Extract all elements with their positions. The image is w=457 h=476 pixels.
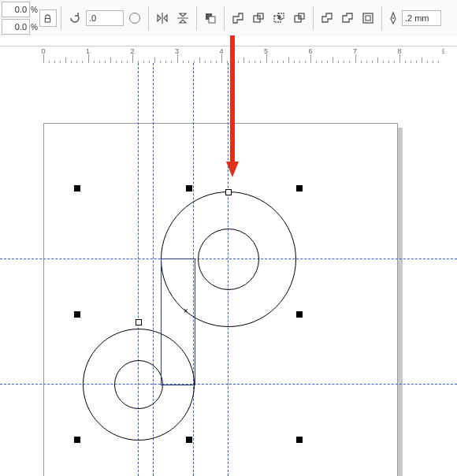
svg-point-13 <box>392 17 394 19</box>
intersect-button[interactable] <box>269 9 288 28</box>
outline-pen-icon <box>386 11 400 25</box>
ellipse-indicator <box>125 9 144 28</box>
scale-y-unit: % <box>31 23 38 32</box>
scale-y-field[interactable]: 0.0 <box>2 19 30 35</box>
selection-handle[interactable] <box>296 185 303 192</box>
scale-x-field[interactable]: 0.0 <box>2 2 30 17</box>
front-minus-back-button[interactable] <box>318 9 336 28</box>
selection-handle[interactable] <box>186 185 192 192</box>
connector-rect[interactable] <box>161 258 195 385</box>
order-button[interactable] <box>201 9 220 28</box>
property-bar: 0.0 % 0.0 % .0 <box>0 0 457 37</box>
selection-handle[interactable] <box>186 437 192 443</box>
scale-x-unit: % <box>31 6 38 14</box>
mirror-horizontal-button[interactable] <box>153 9 172 28</box>
svg-rect-11 <box>363 13 373 23</box>
outline-width-field[interactable]: .2 mm <box>402 10 441 26</box>
selection-handle[interactable] <box>74 185 80 192</box>
donut-inner-1[interactable] <box>198 229 259 290</box>
svg-rect-2 <box>209 17 215 23</box>
weld-button[interactable] <box>228 9 247 28</box>
scale-fields: 0.0 % 0.0 % <box>2 2 38 35</box>
rotate-icon <box>65 9 84 28</box>
donut-inner-2[interactable] <box>114 360 163 409</box>
svg-rect-12 <box>366 16 370 20</box>
horizontal-ruler: 0123456789 <box>0 46 444 65</box>
svg-marker-15 <box>226 162 239 177</box>
selection-handle[interactable] <box>74 311 80 318</box>
mirror-vertical-button[interactable] <box>173 9 192 28</box>
selection-center[interactable]: × <box>184 307 188 315</box>
svg-rect-7 <box>278 16 281 19</box>
object-origin-handle[interactable] <box>225 189 232 195</box>
guide-horizontal[interactable] <box>0 384 457 385</box>
svg-rect-0 <box>46 18 50 22</box>
rotation-field[interactable]: .0 <box>86 10 124 26</box>
annotation-arrow <box>225 35 240 179</box>
trim-button[interactable] <box>249 9 268 28</box>
object-origin-handle[interactable] <box>136 319 142 325</box>
boundary-button[interactable] <box>359 9 377 28</box>
selection-handle[interactable] <box>296 311 303 318</box>
selection-handle[interactable] <box>296 437 303 443</box>
lock-ratio-button[interactable] <box>39 9 57 27</box>
simplify-button[interactable] <box>290 9 309 28</box>
selection-handle[interactable] <box>74 437 80 443</box>
back-minus-front-button[interactable] <box>338 9 357 28</box>
ruler-end <box>444 46 457 65</box>
